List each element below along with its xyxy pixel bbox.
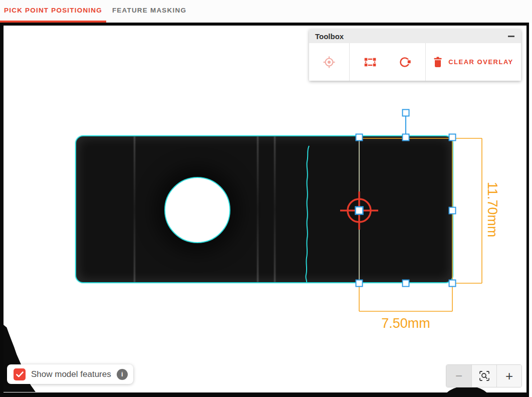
rotate-icon (398, 55, 412, 69)
part-seam (274, 136, 276, 282)
transform-tool-button[interactable] (363, 55, 377, 69)
zoom-out-label: − (455, 369, 462, 383)
transform-icon (363, 55, 377, 69)
zoom-in-button[interactable]: + (496, 365, 521, 387)
rotate-tool-button[interactable] (398, 55, 412, 69)
tab-feature-masking[interactable]: FEATURE MASKING (106, 0, 192, 23)
clear-overlay-label[interactable]: CLEAR OVERLAY (448, 58, 513, 66)
zoom-controls: − + (446, 364, 522, 387)
checkmark-icon (16, 371, 24, 377)
tab-pick-point-positioning[interactable]: PICK POINT POSITIONING (0, 0, 106, 23)
show-model-features-control: Show model features i (7, 364, 133, 384)
show-model-features-label: Show model features (31, 369, 111, 379)
toolbox-title: Toolbox (315, 32, 344, 41)
target-crosshair-icon (322, 55, 336, 69)
clear-overlay-button[interactable] (433, 57, 442, 68)
pick-point-app: PICK POINT POSITIONING FEATURE MASKING (0, 0, 532, 397)
pick-point-tool-button[interactable] (322, 55, 336, 69)
tab-bar: PICK POINT POSITIONING FEATURE MASKING (0, 0, 532, 23)
tab-label: PICK POINT POSITIONING (4, 7, 102, 14)
trash-icon (433, 57, 442, 68)
zoom-to-fit-button[interactable] (471, 365, 496, 387)
tab-label: FEATURE MASKING (112, 7, 186, 14)
zoom-in-label: + (505, 368, 513, 384)
part-seam (257, 136, 258, 282)
minus-icon (508, 36, 514, 37)
scanned-part-image (75, 135, 453, 283)
zoom-out-button[interactable]: − (446, 365, 471, 387)
show-model-features-checkbox[interactable] (14, 368, 26, 380)
collapse-toolbox-button[interactable] (507, 32, 515, 40)
toolbox-panel: Toolbox (309, 29, 521, 81)
part-hole (164, 177, 230, 243)
toolbox-header: Toolbox (309, 29, 521, 43)
toolbox-body: CLEAR OVERLAY (309, 43, 521, 81)
info-icon[interactable]: i (117, 369, 128, 380)
zoom-to-fit-icon (479, 370, 490, 381)
part-seam (134, 136, 135, 282)
